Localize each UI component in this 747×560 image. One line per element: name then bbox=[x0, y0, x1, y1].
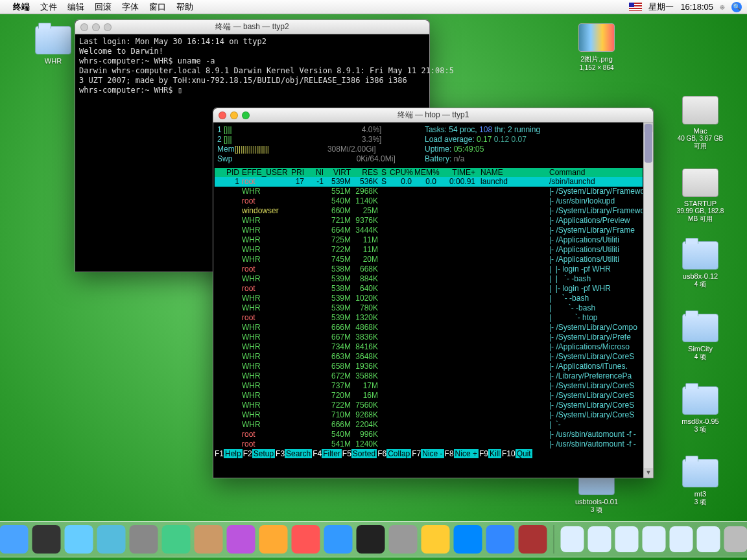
minimize-button[interactable] bbox=[92, 23, 100, 31]
process-row[interactable]: 321WHR170734M8416KS0.00.40:00.54Microsof… bbox=[215, 342, 643, 352]
dock-app-dashboard[interactable] bbox=[32, 525, 61, 554]
dock-item-mail-alias[interactable] bbox=[561, 526, 584, 552]
titlebar[interactable]: 终端 — bash — ttyp2 bbox=[75, 20, 429, 34]
process-row[interactable]: 235root240541M1240KS0.00.10:00.10automou… bbox=[215, 439, 643, 449]
desktop-folder[interactable]: mt33 项 bbox=[674, 459, 726, 507]
dock-item-trash[interactable] bbox=[724, 526, 748, 552]
process-row[interactable]: 329WHR170666M4868KS0.10.20:01.81InkServe… bbox=[215, 323, 643, 332]
process-row[interactable]: 377WHR170722M11MS0.00.50:01.77Bluetooth … bbox=[215, 245, 643, 255]
process-row[interactable]: 338WHR320539M1020KS0.00.00:00.26bash| `-… bbox=[215, 294, 643, 303]
close-button[interactable] bbox=[219, 111, 226, 119]
dock-app-bluetooth[interactable] bbox=[486, 525, 515, 554]
fkey-label[interactable]: Search bbox=[285, 449, 312, 458]
col-s[interactable]: S bbox=[379, 168, 388, 177]
process-row[interactable]: 295WHR250710M9268KS0.00.40:00.41loginwin… bbox=[215, 410, 643, 420]
process-row[interactable]: 335WHR250745M20MS0.81.00:50.07Terminal|-… bbox=[215, 255, 643, 264]
dock-item-doc3[interactable] bbox=[643, 526, 666, 552]
desktop-drive-mac[interactable]: Mac 40 GB, 3.67 GB 可用 bbox=[674, 96, 726, 151]
col-time[interactable]: TIME+ bbox=[438, 168, 477, 177]
input-source-flag-icon[interactable] bbox=[629, 3, 642, 11]
dock-app-systemprefs[interactable] bbox=[389, 525, 418, 554]
dock[interactable] bbox=[0, 521, 747, 557]
fkey-label[interactable]: Nice - bbox=[421, 449, 444, 458]
fkey-label[interactable]: Help bbox=[224, 449, 243, 458]
dock-app-ichat[interactable] bbox=[162, 525, 191, 554]
close-button[interactable] bbox=[80, 23, 88, 31]
process-row[interactable]: 297windowser170660M25MS5.81.22:13.67Wind… bbox=[215, 206, 643, 216]
process-row[interactable]: 318WHR240672M3588KS0.00.20:00.10efssmart… bbox=[215, 371, 643, 381]
desktop-folder-whr[interactable]: WHR bbox=[27, 26, 79, 65]
dock-app-finder[interactable] bbox=[0, 525, 29, 554]
spotlight-icon[interactable]: 🔍 bbox=[731, 2, 742, 12]
dock-app-mail[interactable] bbox=[97, 525, 126, 554]
dock-app-terminal[interactable] bbox=[357, 525, 385, 554]
process-row[interactable]: 7818root240539M1320KR0.30.10:00.76htop| … bbox=[215, 313, 643, 323]
menu-edit[interactable]: 编辑 bbox=[67, 1, 84, 13]
process-row[interactable]: 7830WHR250539M884KS0.00.00:00.00bash| | … bbox=[215, 274, 643, 284]
htop-columns-header[interactable]: PID EFFE_USER PRI NI VIRT RES S CPU% MEM… bbox=[215, 168, 643, 177]
process-row[interactable]: 308WHR240666M2204KS0.00.10:00.08pbs| `- bbox=[215, 420, 643, 430]
dock-item-doc1[interactable] bbox=[588, 526, 611, 552]
process-row[interactable]: 385WHR170725M11MS0.20.60:56.22Console|- … bbox=[215, 235, 643, 245]
process-row[interactable]: 7731WHR170664M3444KS0.00.20:00.06LAServe… bbox=[215, 226, 643, 235]
scroll-down-arrow[interactable]: ▼ bbox=[644, 468, 653, 478]
terminal-content[interactable]: Last login: Mon May 30 16:14:14 on ttyp2… bbox=[75, 34, 429, 98]
dock-app-iphoto[interactable] bbox=[259, 525, 288, 554]
dock-item-doc5[interactable] bbox=[697, 526, 720, 552]
fkey-label[interactable]: Kill bbox=[488, 449, 501, 458]
fkey-label[interactable]: Setup bbox=[252, 449, 275, 458]
dock-item-doc4[interactable] bbox=[670, 526, 693, 552]
dock-app-console[interactable] bbox=[519, 525, 547, 554]
process-row[interactable]: 4164WHR1718551M2968KS0.00.10:00.39mdimpo… bbox=[215, 187, 643, 196]
fkey-label[interactable]: Filter bbox=[322, 449, 342, 458]
app-name[interactable]: 终端 bbox=[13, 1, 30, 13]
terminal-window-htop[interactable]: 终端 — htop — ttyp1 1 [|||4.0%] 2 [|||3.3%… bbox=[213, 108, 654, 478]
menu-window[interactable]: 窗口 bbox=[149, 1, 166, 13]
menu-extra-icon[interactable]: ⎈ bbox=[720, 2, 725, 12]
dock-app-safari[interactable] bbox=[65, 525, 93, 554]
menu-help[interactable]: 帮助 bbox=[176, 1, 193, 13]
minimize-button[interactable] bbox=[230, 111, 238, 119]
desktop-drive-startup[interactable]: STARTUP 39.99 GB, 182.8 MB 可用 bbox=[674, 169, 726, 224]
col-ni[interactable]: NI bbox=[305, 168, 325, 177]
dock-app-imagecapture[interactable] bbox=[421, 525, 450, 554]
desktop-folder[interactable]: usb8x-0.124 项 bbox=[674, 241, 726, 289]
titlebar[interactable]: 终端 — htop — ttyp1 bbox=[213, 108, 653, 122]
process-row[interactable]: 1root17-1539M536KS0.00.00:00.91launchd/s… bbox=[215, 177, 643, 187]
menu-font[interactable]: 字体 bbox=[122, 1, 139, 13]
process-row[interactable]: 319WHR170658M1936KS0.00.10:00.03iTunesHe… bbox=[215, 362, 643, 371]
col-pri[interactable]: PRI bbox=[286, 168, 305, 177]
htop-fkeys[interactable]: F1Help F2Setup F3SearchF4FilterF5SortedF… bbox=[215, 449, 643, 458]
desktop-folder[interactable]: SimCity4 项 bbox=[674, 314, 726, 362]
process-row[interactable]: 7829root320538M668KS0.00.00:00.00login| … bbox=[215, 264, 643, 274]
col-user[interactable]: EFFE_USER bbox=[241, 168, 286, 177]
process-row[interactable]: 320WHR240663M3648KS0.00.20:00.63System E… bbox=[215, 352, 643, 362]
col-cmd[interactable]: Command bbox=[548, 168, 643, 177]
menu-file[interactable]: 文件 bbox=[40, 1, 57, 13]
dock-app-addressbook[interactable] bbox=[195, 525, 223, 554]
dock-app-quicktime[interactable] bbox=[324, 525, 353, 554]
fkey-label[interactable]: Sorted bbox=[351, 449, 377, 458]
zoom-button[interactable] bbox=[104, 23, 112, 31]
clock-time[interactable]: 16:18:05 bbox=[680, 2, 713, 12]
dock-app-preview[interactable] bbox=[130, 525, 158, 554]
col-res[interactable]: RES bbox=[352, 168, 379, 177]
col-cpu[interactable]: CPU% bbox=[388, 168, 413, 177]
process-row[interactable]: 7817WHR240539M780KS0.00.00:00.01bash| `-… bbox=[215, 303, 643, 313]
process-row[interactable]: 337root320538M640KS0.00.00:00.00login| |… bbox=[215, 284, 643, 294]
dock-app-ical[interactable] bbox=[292, 525, 320, 554]
scroll-thumb[interactable] bbox=[645, 124, 652, 163]
col-mem[interactable]: MEM% bbox=[413, 168, 438, 177]
fkey-label[interactable]: Quit bbox=[516, 449, 532, 458]
col-name[interactable]: NAME bbox=[477, 168, 548, 177]
menu-scrollback[interactable]: 回滚 bbox=[95, 1, 112, 13]
clock-day[interactable]: 星期一 bbox=[648, 1, 674, 13]
process-row[interactable]: 239root240540M996KS0.00.00:00.01automoun… bbox=[215, 430, 643, 439]
process-row[interactable]: 322WHR170667M3836KS0.10.20:02.25Universa… bbox=[215, 332, 643, 342]
process-row[interactable]: 315WHR170737M17MS0.30.90:10.13Finder|- /… bbox=[215, 381, 643, 391]
process-row[interactable]: 352root240540M1140KS0.00.10:00.06lookupd… bbox=[215, 196, 643, 206]
process-list[interactable]: 1root17-1539M536KS0.00.00:00.91launchd/s… bbox=[215, 177, 643, 449]
scrollbar[interactable]: ▲ ▼ bbox=[643, 122, 653, 478]
zoom-button[interactable] bbox=[242, 111, 250, 119]
process-row[interactable]: 314WHR170720M16MS0.20.80:36.58SystemUISe… bbox=[215, 391, 643, 401]
